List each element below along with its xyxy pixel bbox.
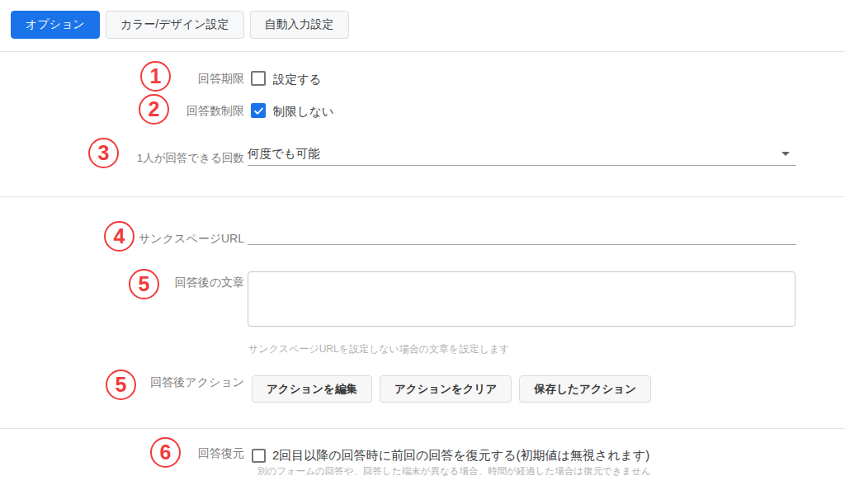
after-action-buttons: アクションを編集 アクションをクリア 保存したアクション xyxy=(252,375,651,403)
restore-helper: 別のフォームの回答や、回答した端末が異なる場合、時間が経過した場合は復元できませ… xyxy=(257,465,651,478)
thanks-url-input[interactable] xyxy=(248,224,796,245)
tab-options[interactable]: オプション xyxy=(11,11,100,39)
deadline-label: 回答期限 xyxy=(0,72,244,87)
limit-label: 回答数制限 xyxy=(0,104,244,119)
deadline-checkbox[interactable] xyxy=(251,71,266,86)
restore-checkbox-label[interactable]: 2回目以降の回答時に前回の回答を復元する(初期値は無視されます) xyxy=(272,448,649,464)
times-select-value: 何度でも可能 xyxy=(248,146,320,162)
restore-checkbox[interactable] xyxy=(252,449,266,463)
tab-autofill[interactable]: 自動入力設定 xyxy=(250,11,349,39)
deadline-checkbox-label[interactable]: 設定する xyxy=(273,72,322,87)
chevron-down-icon xyxy=(781,152,790,156)
after-text-helper: サンクスページURLを設定しない場合の文章を設定します xyxy=(248,342,509,356)
edit-action-button[interactable]: アクションを編集 xyxy=(252,375,372,403)
divider-middle-2 xyxy=(0,428,845,429)
restore-label: 回答復元 xyxy=(0,446,244,461)
times-select[interactable]: 何度でも可能 xyxy=(248,143,796,166)
thanks-url-label: サンクスページURL xyxy=(0,232,244,247)
clear-action-button[interactable]: アクションをクリア xyxy=(380,375,512,403)
limit-checkbox-label[interactable]: 制限しない xyxy=(273,104,334,120)
times-label: 1人が回答できる回数 xyxy=(0,151,244,166)
tab-color-design[interactable]: カラー/デザイン設定 xyxy=(106,11,244,39)
settings-tabbar: オプション カラー/デザイン設定 自動入力設定 xyxy=(11,11,349,39)
divider-middle-1 xyxy=(0,196,845,197)
check-icon xyxy=(253,106,264,116)
after-text-label: 回答後の文章 xyxy=(0,276,244,290)
limit-checkbox[interactable] xyxy=(251,103,266,118)
saved-actions-button[interactable]: 保存したアクション xyxy=(519,375,651,403)
after-action-label: 回答後アクション xyxy=(0,375,244,390)
after-text-textarea[interactable] xyxy=(248,271,795,327)
divider-top xyxy=(0,51,845,52)
